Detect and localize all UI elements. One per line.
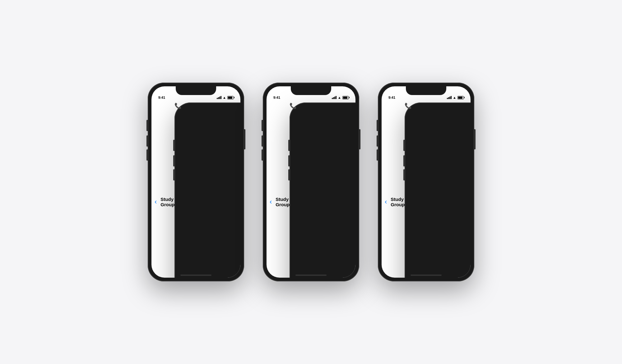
header-icons-3: 📞 📹 (405, 102, 471, 278)
back-button-2[interactable]: ‹ (270, 198, 272, 205)
chat-header-2: ‹ 👥 Study Group 📞 📹 (267, 101, 355, 278)
header-title-2: Study Group (276, 197, 290, 207)
battery-3 (457, 96, 464, 99)
notch-2 (291, 86, 331, 95)
chat-header-3: ‹ 👥 Study Group 📞 📹 (382, 101, 471, 278)
time-3: 9:41 (388, 96, 395, 99)
wifi-1: ▲ (223, 96, 226, 99)
signal-2 (332, 96, 337, 99)
signal-1 (217, 96, 221, 99)
home-bar-2 (295, 275, 327, 276)
header-icons-1: 📞 📹 (174, 102, 240, 278)
status-right-1: ▲ (217, 96, 234, 99)
battery-2 (342, 96, 349, 99)
phone-icon-3[interactable]: 📞 (405, 102, 471, 278)
time-2: 9:41 (273, 96, 280, 99)
notch-1 (176, 86, 216, 95)
screen-2: 9:41 ▲ ‹ 👥 Study Group (267, 86, 355, 278)
screen-3: 9:41 ▲ ‹ 👥 Study Group (382, 86, 471, 278)
status-right-2: ▲ (332, 96, 349, 99)
home-bar-3 (411, 275, 442, 276)
phone-3: 9:41 ▲ ‹ 👥 Study Group (378, 83, 474, 281)
wifi-3: ▲ (453, 96, 456, 99)
header-title-1: Study Group (160, 197, 174, 207)
chat-header-1: ‹ 👥 Study Group 📞 📹 (151, 101, 240, 278)
notch-3 (406, 86, 446, 95)
phone-1: 9:41 ▲ ‹ 👥 Study (148, 83, 244, 281)
wifi-2: ▲ (338, 96, 341, 99)
back-button-3[interactable]: ‹ (385, 198, 387, 205)
phone-icon-1[interactable]: 📞 (174, 102, 240, 278)
phone-2: 9:41 ▲ ‹ 👥 Study Group (263, 83, 359, 281)
header-title-3: Study Group (391, 197, 405, 207)
home-bar-1 (180, 275, 211, 276)
phone-icon-2[interactable]: 📞 (290, 102, 355, 278)
time-1: 9:41 (158, 96, 165, 99)
screen-1: 9:41 ▲ ‹ 👥 Study (151, 86, 240, 278)
status-right-3: ▲ (447, 96, 464, 99)
signal-3 (447, 96, 452, 99)
back-button-1[interactable]: ‹ (155, 198, 157, 205)
scene: 9:41 ▲ ‹ 👥 Study (135, 70, 487, 294)
header-icons-2: 📞 📹 (290, 102, 355, 278)
battery-1 (227, 96, 234, 99)
